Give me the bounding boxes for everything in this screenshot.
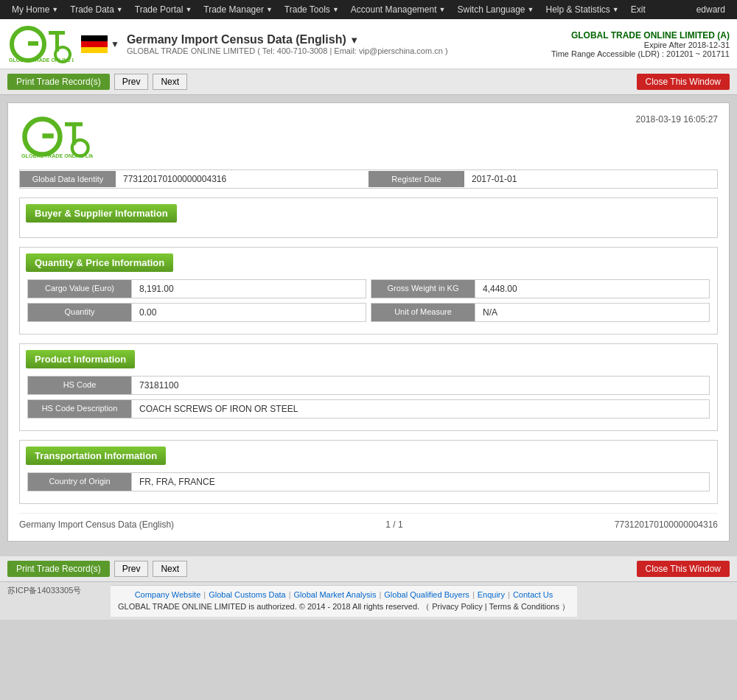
- chevron-down-icon: ▼: [612, 6, 619, 13]
- quantity-value: 0.00: [131, 304, 366, 321]
- nav-switch-language[interactable]: Switch Language ▼: [451, 0, 539, 19]
- register-date-label: Register Date: [368, 171, 464, 187]
- nav-trade-portal[interactable]: Trade Portal ▼: [129, 0, 198, 19]
- company-info: GLOBAL TRADE ONLINE LIMITED (A) Expire A…: [551, 30, 730, 58]
- icp-text: 苏ICP备14033305号: [7, 585, 96, 596]
- svg-text:GLOBAL TRADE ONLINE LIMITED: GLOBAL TRADE ONLINE LIMITED: [9, 57, 74, 63]
- svg-point-10: [24, 119, 60, 155]
- gross-weight-row: Gross Weight in KG 4,448.00: [371, 279, 710, 298]
- hs-code-description-row: HS Code Description COACH SCREWS OF IRON…: [27, 399, 710, 419]
- quantity-row: Quantity 0.00: [27, 303, 366, 322]
- next-button[interactable]: Next: [153, 74, 187, 90]
- buyer-supplier-body: [20, 223, 717, 237]
- hs-code-row: HS Code 73181100: [27, 376, 710, 395]
- global-data-identity-value: 773120170100000004316: [116, 170, 368, 188]
- chevron-down-icon: ▼: [52, 6, 58, 13]
- flag-dropdown-arrow[interactable]: ▼: [111, 39, 119, 49]
- bottom-footer: Company Website | Global Customs Data | …: [111, 585, 577, 617]
- company-name: GLOBAL TRADE ONLINE LIMITED (A): [551, 30, 730, 41]
- product-info-section: Product Information HS Code 73181100 HS …: [19, 343, 718, 431]
- top-navigation: My Home ▼ Trade Data ▼ Trade Portal ▼ Tr…: [0, 0, 737, 19]
- expire-info: Expire After 2018-12-31: [551, 41, 730, 49]
- unit-of-measure-label: Unit of Measure: [371, 304, 475, 321]
- product-info-title: Product Information: [26, 350, 135, 368]
- svg-rect-11: [42, 133, 53, 139]
- global-data-identity-label: Global Data Identity: [20, 171, 116, 187]
- logo: GLOBAL TRADE ONLINE LIMITED: [7, 24, 74, 64]
- footer-enquiry[interactable]: Enquiry: [478, 590, 505, 599]
- quantity-label: Quantity: [28, 304, 131, 321]
- company-contact: GLOBAL TRADE ONLINE LIMITED ( Tel: 400-7…: [127, 46, 544, 55]
- footer-contact-us[interactable]: Contact Us: [513, 590, 553, 599]
- print-button[interactable]: Print Trade Record(s): [7, 74, 110, 90]
- quantity-price-title: Quantity & Price Information: [26, 253, 173, 272]
- chevron-down-icon: ▼: [528, 6, 534, 13]
- buyer-supplier-section: Buyer & Supplier Information: [19, 197, 718, 238]
- company-logo: GLOBAL TRADE ONLINE LIMITED: [7, 24, 74, 64]
- svg-rect-2: [28, 41, 38, 46]
- svg-rect-9: [81, 47, 108, 53]
- hs-code-description-value: COACH SCREWS OF IRON OR STEEL: [131, 400, 709, 418]
- hs-code-label: HS Code: [28, 377, 131, 394]
- record-header: GLOBAL TRADE ONLINE LIMITED 2018-03-19 1…: [19, 114, 718, 158]
- nav-exit[interactable]: Exit: [625, 0, 652, 19]
- copyright-text: GLOBAL TRADE ONLINE LIMITED is authorize…: [118, 601, 570, 612]
- user-account: edward: [691, 0, 731, 19]
- country-origin-label: Country of Origin: [28, 473, 131, 491]
- record-logo: GLOBAL TRADE ONLINE LIMITED: [19, 114, 93, 158]
- footer-global-customs[interactable]: Global Customs Data: [209, 590, 286, 599]
- record-footer-left: Germany Import Census Data (English): [19, 519, 174, 530]
- footer-global-market[interactable]: Global Market Analysis: [294, 590, 377, 599]
- cargo-value-label: Cargo Value (Euro): [28, 280, 131, 298]
- product-info-body: HS Code 73181100 HS Code Description COA…: [20, 368, 717, 430]
- page-title-area: Germany Import Census Data (English) ▼ G…: [127, 33, 544, 55]
- icp-footer-bar: 苏ICP备14033305号 Company Website | Global …: [0, 582, 737, 620]
- nav-help-statistics[interactable]: Help & Statistics ▼: [539, 0, 624, 19]
- record-footer-center: 1 / 1: [385, 519, 402, 530]
- bottom-print-button[interactable]: Print Trade Record(s): [7, 561, 110, 577]
- quantity-price-row2: Quantity 0.00 Unit of Measure N/A: [27, 303, 710, 322]
- buyer-supplier-title: Buyer & Supplier Information: [26, 204, 177, 223]
- gross-weight-label: Gross Weight in KG: [371, 280, 475, 298]
- footer-links: Company Website | Global Customs Data | …: [118, 590, 570, 599]
- bottom-prev-button[interactable]: Prev: [114, 561, 149, 577]
- prev-button[interactable]: Prev: [114, 74, 149, 90]
- chevron-down-icon: ▼: [439, 6, 446, 13]
- nav-account-management[interactable]: Account Management ▼: [345, 0, 452, 19]
- cargo-value-row: Cargo Value (Euro) 8,191.00: [27, 279, 366, 298]
- close-button[interactable]: Close This Window: [637, 74, 730, 90]
- title-dropdown-icon[interactable]: ▼: [349, 35, 359, 46]
- chevron-down-icon: ▼: [332, 6, 339, 13]
- footer-qualified-buyers[interactable]: Global Qualified Buyers: [384, 590, 469, 599]
- transportation-title: Transportation Information: [26, 447, 166, 465]
- record-footer: Germany Import Census Data (English) 1 /…: [19, 513, 718, 530]
- nav-trade-tools[interactable]: Trade Tools ▼: [279, 0, 345, 19]
- identity-row: Global Data Identity 7731201701000000043…: [19, 169, 718, 189]
- footer-company-website[interactable]: Company Website: [135, 590, 201, 599]
- gross-weight-value: 4,448.00: [475, 280, 709, 298]
- country-origin-row: Country of Origin FR, FRA, FRANCE: [27, 472, 710, 491]
- bottom-next-button[interactable]: Next: [153, 561, 187, 577]
- nav-my-home[interactable]: My Home ▼: [6, 0, 64, 19]
- chevron-down-icon: ▼: [116, 6, 123, 13]
- register-date-value: 2017-01-01: [464, 170, 717, 188]
- footer-links-area: Company Website | Global Customs Data | …: [111, 585, 577, 617]
- hs-code-description-label: HS Code Description: [28, 400, 131, 418]
- bottom-close-button[interactable]: Close This Window: [637, 561, 730, 577]
- nav-trade-manager[interactable]: Trade Manager ▼: [198, 0, 279, 19]
- transportation-body: Country of Origin FR, FRA, FRANCE: [20, 465, 717, 503]
- svg-text:GLOBAL TRADE ONLINE LIMITED: GLOBAL TRADE ONLINE LIMITED: [21, 153, 93, 158]
- record-card: GLOBAL TRADE ONLINE LIMITED 2018-03-19 1…: [7, 102, 730, 542]
- germany-flag: [81, 35, 108, 53]
- nav-trade-data[interactable]: Trade Data ▼: [64, 0, 129, 19]
- quantity-price-row1: Cargo Value (Euro) 8,191.00 Gross Weight…: [27, 279, 710, 298]
- cargo-value-value: 8,191.00: [131, 280, 366, 298]
- flag-selector[interactable]: ▼: [81, 35, 119, 53]
- quantity-price-section: Quantity & Price Information Cargo Value…: [19, 247, 718, 335]
- top-action-bar: Print Trade Record(s) Prev Next Close Th…: [0, 69, 737, 95]
- time-range: Time Range Accessible (LDR) : 201201 ~ 2…: [551, 49, 730, 58]
- svg-rect-8: [81, 41, 108, 47]
- record-footer-right: 773120170100000004316: [615, 519, 718, 530]
- quantity-price-body: Cargo Value (Euro) 8,191.00 Gross Weight…: [20, 272, 717, 334]
- page-title: Germany Import Census Data (English): [127, 33, 346, 46]
